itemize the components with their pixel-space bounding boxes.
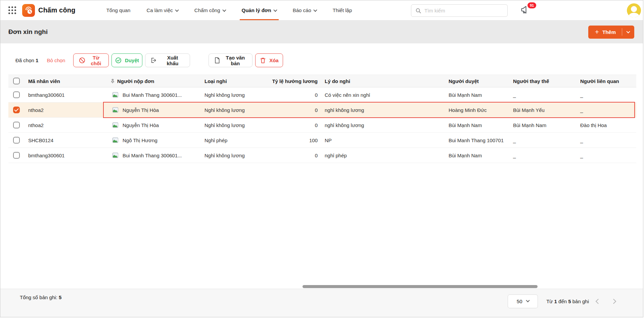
- leave-requests-table: Mã nhân viên Người nộp đơn Loại nghỉ Tỷ …: [8, 75, 636, 163]
- cell-salary-rate: 0: [272, 87, 321, 102]
- table-body: bmthang300601 Bui Manh Thang 300601... N…: [8, 87, 636, 163]
- add-button[interactable]: + Thêm: [588, 26, 634, 39]
- cell-leave-type: Nghỉ không lương: [202, 87, 272, 102]
- chevron-right-icon: [611, 299, 616, 304]
- cell-approver: Hoàng Minh Đức: [445, 103, 509, 117]
- page-header: Đơn xin nghỉ + Thêm: [0, 21, 643, 43]
- cell-related: _: [576, 133, 636, 148]
- row-checkbox[interactable]: [13, 91, 20, 98]
- col-leave-type[interactable]: Loại nghỉ: [202, 75, 272, 87]
- broken-image-icon: [112, 153, 119, 158]
- table-row[interactable]: SHCB0124 Ngô Thị Hương Nghỉ phép 100 NP …: [8, 133, 636, 148]
- nav-item-0[interactable]: Tổng quan: [106, 0, 131, 20]
- next-page-button[interactable]: [608, 296, 618, 307]
- cell-reason: NP: [321, 133, 445, 148]
- col-related[interactable]: Người liên quan: [576, 75, 636, 87]
- app-grid-icon[interactable]: [8, 6, 16, 14]
- cell-employee-code: bmthang300601: [28, 87, 103, 102]
- nav-item-5[interactable]: Thiết lập: [333, 0, 352, 20]
- broken-image-icon: [112, 122, 119, 128]
- pin-icon[interactable]: [110, 79, 115, 84]
- trash-icon: [260, 57, 266, 64]
- nav-item-3[interactable]: Quản lý đơn: [242, 0, 277, 20]
- cell-related: _: [576, 103, 636, 117]
- cell-reason: Có việc nên xin nghỉ: [321, 87, 445, 102]
- table-row[interactable]: nthoa2 Nguyễn Thị Hòa Nghỉ không lương 0…: [8, 103, 636, 118]
- cell-employee-code: bmthang300601: [28, 148, 103, 163]
- search-input[interactable]: [424, 8, 503, 13]
- app-title: Chấm công: [38, 6, 76, 14]
- cell-submitter: Bui Manh Thang 300601...: [103, 87, 202, 102]
- notification-badge: 91: [527, 2, 536, 8]
- create-document-button[interactable]: Tạo văn bản: [209, 53, 252, 67]
- nav-item-2[interactable]: Chấm công: [194, 0, 226, 20]
- cell-approver: Bùi Mạnh Nam: [445, 87, 509, 102]
- cell-salary-rate: 0: [272, 103, 321, 117]
- cell-submitter: Ngô Thị Hương: [103, 133, 202, 148]
- ban-icon: [79, 57, 85, 64]
- search-box[interactable]: [411, 4, 508, 17]
- chevron-down-icon: [222, 8, 226, 11]
- app-window: Chấm công Tổng quanCa làm việcChấm côngQ…: [0, 0, 643, 317]
- row-checkbox[interactable]: [13, 107, 20, 113]
- search-icon: [415, 8, 421, 14]
- cell-submitter: Nguyễn Thị Hòa: [103, 103, 202, 117]
- cell-submitter: Nguyễn Thị Hòa: [103, 118, 202, 132]
- user-avatar[interactable]: [627, 3, 641, 17]
- plus-icon: +: [595, 28, 599, 35]
- page-size-select[interactable]: 50: [508, 294, 538, 308]
- col-approver[interactable]: Người duyệt: [445, 75, 509, 87]
- deselect-link[interactable]: Bỏ chọn: [47, 57, 65, 63]
- col-employee-code[interactable]: Mã nhân viên: [28, 75, 103, 87]
- export-button[interactable]: Xuất khẩu: [145, 53, 190, 67]
- cell-submitter: Bui Manh Thang 300601...: [103, 148, 202, 163]
- cell-salary-rate: 100: [272, 133, 321, 148]
- cell-substitute: _: [509, 148, 576, 163]
- nav-item-1[interactable]: Ca làm việc: [146, 0, 178, 20]
- cell-leave-type: Nghỉ không lương: [202, 103, 272, 117]
- page-title: Đơn xin nghỉ: [8, 28, 48, 36]
- row-checkbox[interactable]: [13, 122, 20, 128]
- selection-toolbar: Đã chọn 1 Bỏ chọn Từ chối Duyệt Xuất khẩ…: [8, 53, 635, 67]
- cell-substitute: Bùi Mạnh Nam: [509, 118, 576, 132]
- cell-related: _: [576, 87, 636, 102]
- delete-button[interactable]: Xóa: [255, 53, 283, 67]
- notification-megaphone-icon[interactable]: 91: [520, 5, 534, 16]
- cell-substitute: _: [509, 133, 576, 148]
- cell-leave-type: Nghỉ không lương: [202, 118, 272, 132]
- cell-salary-rate: 0: [272, 148, 321, 163]
- horizontal-scrollbar[interactable]: [303, 285, 538, 288]
- reject-button[interactable]: Từ chối: [73, 53, 109, 67]
- table-row[interactable]: nthoa2 Nguyễn Thị Hòa Nghỉ không lương 0…: [8, 118, 636, 133]
- cell-substitute: _: [509, 87, 576, 102]
- col-salary-rate[interactable]: Tỷ lệ hưởng lương: [272, 75, 321, 87]
- nav-item-4[interactable]: Báo cáo: [293, 0, 317, 20]
- main-nav: Tổng quanCa làm việcChấm côngQuản lý đơn…: [106, 0, 368, 20]
- col-substitute[interactable]: Người thay thế: [509, 75, 576, 87]
- prev-page-button[interactable]: [593, 296, 603, 307]
- row-checkbox[interactable]: [13, 137, 20, 144]
- broken-image-icon: [112, 137, 119, 143]
- cell-related: Đào thị Hoa: [576, 118, 636, 132]
- col-submitter[interactable]: Người nộp đơn: [103, 75, 202, 87]
- app-logo-icon[interactable]: [22, 4, 35, 17]
- chevron-down-icon: [313, 8, 317, 11]
- document-icon: [214, 57, 220, 64]
- chevron-down-icon: [526, 299, 530, 302]
- table-row[interactable]: bmthang300601 Bui Manh Thang 300601... N…: [8, 148, 636, 163]
- table-header-row: Mã nhân viên Người nộp đơn Loại nghỉ Tỷ …: [8, 75, 636, 87]
- col-reason[interactable]: Lý do nghỉ: [321, 75, 445, 87]
- row-checkbox[interactable]: [13, 152, 20, 159]
- cell-employee-code: nthoa2: [28, 118, 103, 132]
- select-all-checkbox[interactable]: [13, 78, 20, 84]
- records-range: Từ 1 đến 5 bản ghi: [546, 299, 589, 304]
- total-records: Tổng số bản ghi: 5: [20, 294, 61, 300]
- table-row[interactable]: bmthang300601 Bui Manh Thang 300601... N…: [8, 87, 636, 103]
- cell-reason: nghỉ phép: [321, 148, 445, 163]
- approve-button[interactable]: Duyệt: [111, 53, 142, 67]
- avatar-person-icon: [631, 6, 637, 12]
- footer-bar: Tổng số bản ghi: 5 50 Từ 1 đến 5 bản ghi: [0, 289, 643, 317]
- chevron-down-icon[interactable]: [626, 30, 630, 33]
- broken-image-icon: [112, 107, 119, 113]
- cell-employee-code: nthoa2: [28, 103, 103, 117]
